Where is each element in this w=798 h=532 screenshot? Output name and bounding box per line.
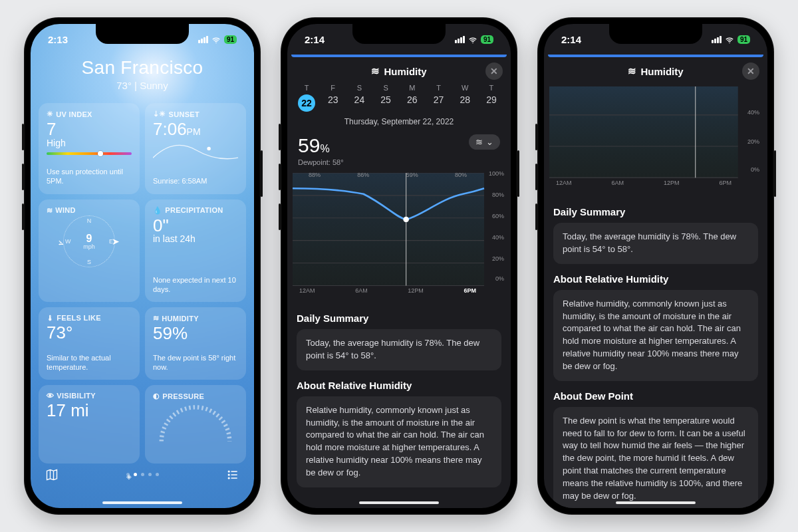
date-col[interactable]: T29 xyxy=(481,84,501,112)
svg-point-6 xyxy=(228,477,229,479)
weather-tiles: ☀︎UV INDEX 7 High Use sun protection unt… xyxy=(39,103,246,464)
tile-label: UV INDEX xyxy=(56,110,92,118)
city-name: San Francisco xyxy=(39,57,246,78)
page-dots[interactable]: ◈ xyxy=(126,473,159,476)
home-indicator[interactable] xyxy=(359,501,439,504)
detail-scroll[interactable]: Daily Summary Today, the average humidit… xyxy=(544,197,767,508)
dewpoint-text: Dewpoint: 58° xyxy=(298,158,344,166)
tile-pressure[interactable]: ◐PRESSURE xyxy=(145,385,246,464)
section-heading: About Relative Humidity xyxy=(297,380,501,391)
status-right: 91 xyxy=(455,33,493,45)
battery-badge: 91 xyxy=(481,35,493,44)
precip-sub: in last 24h xyxy=(153,233,238,244)
about-rh-section: About Relative Humidity Relative humidit… xyxy=(297,380,501,487)
about-dp-card: The dew point is what the temperature wo… xyxy=(553,407,758,508)
humidity-footer: The dew point is 58° right now. xyxy=(153,353,238,372)
tile-wind[interactable]: ≋WIND NSEW ⦛➤ 9mph xyxy=(39,200,140,303)
about-card: Relative humidity, commonly known just a… xyxy=(297,396,501,487)
eye-icon: 👁 xyxy=(47,392,54,400)
svg-point-17 xyxy=(403,217,409,222)
sun-curve xyxy=(153,142,238,162)
date-col[interactable]: S25 xyxy=(376,84,396,112)
wind-icon: ≋ xyxy=(47,206,53,215)
close-button[interactable]: ✕ xyxy=(485,63,503,80)
list-button[interactable] xyxy=(226,467,239,481)
cell-signal-icon xyxy=(198,36,208,43)
clock: 2:14 xyxy=(305,34,325,45)
humidity-icon: ≋ xyxy=(475,137,483,147)
detail-header: ≋Humidity ✕ xyxy=(287,60,511,84)
tile-label: HUMIDITY xyxy=(162,315,199,323)
full-date: Thursday, September 22, 2022 xyxy=(287,117,511,126)
date-selector[interactable]: T22F23S24S25M26T27W28T29 xyxy=(287,84,511,112)
date-col[interactable]: S24 xyxy=(349,84,369,112)
home-indicator[interactable] xyxy=(102,501,182,504)
tile-label: VISIBILITY xyxy=(57,392,96,400)
humidity-current: 59 xyxy=(298,134,320,156)
weather-screen: 2:13 91 San Francisco 73° | Sunny ☀︎UV I… xyxy=(31,24,254,508)
section-heading: Daily Summary xyxy=(553,206,758,217)
sun-icon: ☀︎ xyxy=(47,110,53,118)
about-rh-section: About Relative Humidity Relative humidit… xyxy=(553,273,758,381)
tile-precipitation[interactable]: 💧PRECIPITATION 0" in last 24h None expec… xyxy=(145,200,246,303)
detail-title: Humidity xyxy=(640,66,683,77)
bottom-toolbar: ◈ xyxy=(39,464,246,481)
map-button[interactable] xyxy=(45,467,59,481)
grabber[interactable] xyxy=(548,55,763,57)
chevron-down-icon: ⌄ xyxy=(486,137,493,147)
svg-point-8 xyxy=(472,42,473,43)
cell-signal-icon xyxy=(712,36,722,43)
detail-title: Humidity xyxy=(384,66,426,77)
close-button[interactable]: ✕ xyxy=(742,63,759,80)
uv-footer: Use sun protection until 5PM. xyxy=(47,167,132,186)
section-heading: Daily Summary xyxy=(297,313,501,324)
section-heading: About Dew Point xyxy=(553,390,758,402)
date-col[interactable]: T22 xyxy=(297,84,317,112)
grabber[interactable] xyxy=(291,55,507,57)
home-indicator[interactable] xyxy=(616,501,696,504)
sunset-ampm: PM xyxy=(187,126,201,137)
status-right: 91 xyxy=(712,33,750,45)
sunset-time: 7:06 xyxy=(153,119,187,139)
tile-visibility[interactable]: 👁VISIBILITY 17 mi xyxy=(39,385,140,464)
date-col[interactable]: M26 xyxy=(402,84,422,112)
tile-feels-like[interactable]: 🌡FEELS LIKE 73° Similar to the actual te… xyxy=(39,307,140,380)
location-header: San Francisco 73° | Sunny xyxy=(39,57,246,91)
clock: 2:14 xyxy=(561,34,581,45)
droplet-icon: 💧 xyxy=(153,206,162,215)
wind-speed: 9 xyxy=(86,232,92,243)
sunrise-text: Sunrise: 6:58AM xyxy=(153,176,238,186)
feels-value: 73° xyxy=(47,323,132,342)
date-col[interactable]: T27 xyxy=(429,84,449,112)
phone-weather-main: 2:13 91 San Francisco 73° | Sunny ☀︎UV I… xyxy=(24,17,261,515)
cell-signal-icon xyxy=(455,36,465,43)
metric-picker[interactable]: ≋⌄ xyxy=(469,134,500,150)
tile-label: FEELS LIKE xyxy=(57,314,101,322)
summary-card: Today, the average humidity is 78%. The … xyxy=(553,223,758,264)
tile-sunset[interactable]: ⇣☀︎SUNSET 7:06PM Sunrise: 6:58AM xyxy=(145,103,246,194)
phone-humidity-about: 2:14 91 ≋Humidity ✕ xyxy=(537,17,774,515)
tile-label: SUNSET xyxy=(169,110,200,118)
tile-humidity[interactable]: ≋HUMIDITY 59% The dew point is 58° right… xyxy=(145,307,246,380)
date-col[interactable]: F23 xyxy=(323,84,343,112)
precip-footer: None expected in next 10 days. xyxy=(153,275,238,295)
tile-uv-index[interactable]: ☀︎UV INDEX 7 High Use sun protection unt… xyxy=(39,103,140,194)
tile-label: PRECIPITATION xyxy=(165,206,223,214)
humidity-chart-mini[interactable]: 40% 20% 0% 12AM6AM12PM6PM xyxy=(549,86,762,186)
svg-rect-19 xyxy=(549,86,738,178)
visibility-value: 17 mi xyxy=(47,401,132,420)
gauge-icon: ◐ xyxy=(153,392,160,400)
section-heading: About Relative Humidity xyxy=(553,273,758,285)
about-rh-card: Relative humidity, commonly known just a… xyxy=(553,290,758,381)
detail-scroll[interactable]: Daily Summary Today, the average humidit… xyxy=(287,303,511,508)
date-col[interactable]: W28 xyxy=(455,84,475,112)
humidity-chart[interactable]: 88%86%59%80% 100% 80% 60% 40% xyxy=(293,173,505,293)
battery-badge: 91 xyxy=(224,35,237,44)
notch xyxy=(609,24,702,44)
sunset-icon: ⇣☀︎ xyxy=(153,110,166,118)
thermometer-icon: 🌡 xyxy=(47,314,54,322)
clock: 2:13 xyxy=(48,34,68,45)
humidity-icon: ≋ xyxy=(371,65,380,77)
percent-sign: % xyxy=(320,143,329,154)
wind-compass: NSEW ⦛➤ 9mph xyxy=(47,215,132,268)
